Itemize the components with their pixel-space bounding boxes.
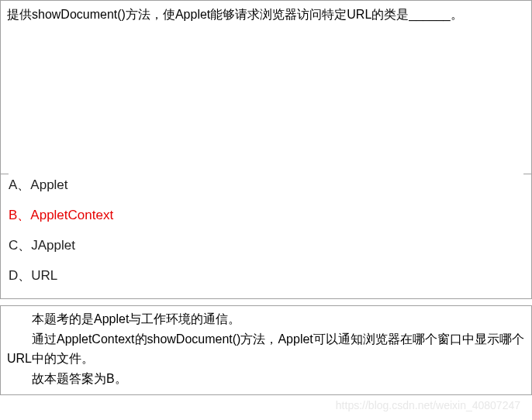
option-b[interactable]: B、AppletContext	[9, 200, 523, 230]
option-text: JApplet	[31, 238, 75, 253]
watermark-text: https://blog.csdn.net/weixin_40807247	[336, 399, 520, 411]
question-text: 提供showDocument()方法，使Applet能够请求浏览器访问特定URL…	[7, 8, 463, 21]
option-a[interactable]: A、Applet	[9, 174, 523, 200]
option-letter: D、	[9, 268, 31, 283]
explanation-panel: 本题考的是Applet与工作环境的通信。 通过AppletContext的sho…	[0, 305, 532, 395]
answers-panel: A、Applet B、AppletContext C、JApplet D、URL	[0, 174, 532, 299]
option-text: AppletContext	[30, 208, 113, 222]
option-letter: A、	[9, 177, 30, 192]
option-letter: C、	[9, 238, 31, 253]
option-letter: B、	[9, 208, 30, 222]
explanation-line-2: 通过AppletContext的showDocument()方法，Applet可…	[7, 329, 525, 369]
option-text: URL	[31, 268, 57, 283]
option-d[interactable]: D、URL	[9, 260, 523, 291]
panel-gap	[0, 299, 532, 305]
explanation-line-3: 故本题答案为B。	[7, 369, 525, 389]
explanation-line-1: 本题考的是Applet与工作环境的通信。	[7, 309, 525, 329]
option-text: Applet	[30, 177, 67, 192]
option-c[interactable]: C、JApplet	[9, 230, 523, 260]
question-panel: 提供showDocument()方法，使Applet能够请求浏览器访问特定URL…	[0, 0, 532, 174]
